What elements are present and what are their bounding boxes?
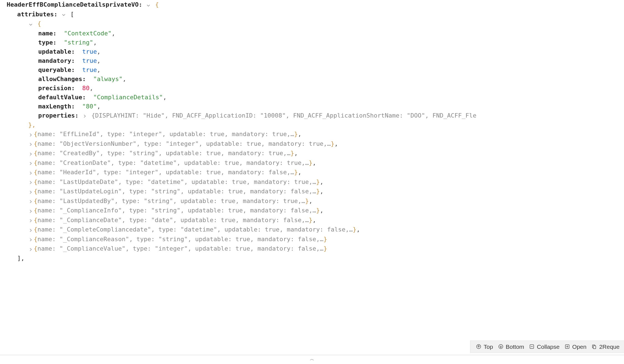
chevron-right-icon[interactable] [28,216,33,225]
chevron-right-icon[interactable] [28,225,33,235]
collapsed-preview: name: "CreationDate", type: "datetime", … [37,159,309,166]
attributes-key: attributes [17,11,54,18]
open-brace: { [34,140,37,147]
array-close-line: ], [0,254,624,263]
open-brace: { [155,1,159,8]
close-brace: } [353,226,356,233]
open-brace: { [37,20,41,27]
chevron-right-icon[interactable] [28,149,33,158]
chevron-right-icon[interactable] [28,206,33,215]
prop-updatable: updatable: true, [0,47,624,56]
open-brace: { [34,197,37,204]
close-brace: } [323,245,327,252]
prop-allowChanges: allowChanges: "always", [0,74,624,84]
prop-defaultValue: defaultValue: "ComplianceDetails", [0,93,624,102]
open-brace: { [34,131,37,137]
close-brace: } [290,150,294,157]
collapsed-object-row: {name: "_ComplianceDate", type: "date", … [0,215,624,225]
object-open-line: { [0,19,624,29]
collapsed-object-row: {name: "LastUpdateLogin", type: "string"… [0,187,624,196]
chevron-right-icon[interactable] [28,187,33,196]
open-brace: { [34,207,37,214]
open-brace: { [34,217,37,223]
json-viewer: HeaderEffBComplianceDetailsprivateVO: { … [0,0,624,279]
chevron-down-icon[interactable] [61,10,66,19]
collapsed-object-row: {name: "_ComplianceValue", type: "intege… [0,244,624,254]
chevron-right-icon[interactable] [28,197,33,206]
open-brace: { [34,245,37,252]
close-brace: } [316,188,320,195]
collapsed-preview: name: "_ComplianceInfo", type: "string",… [37,207,316,214]
prop-properties: properties: {DISPLAYHINT: "Hide", FND_AC… [0,111,624,121]
collapsed-object-row: {name: "_ComplianceReason", type: "strin… [0,235,624,244]
collapsed-preview: name: "LastUpdatedBy", type: "string", u… [37,197,305,204]
close-brace: } [309,159,312,166]
collapsed-preview: name: "_CompleteCompliancedate", type: "… [37,226,353,233]
open-bracket: [ [70,11,74,18]
open-brace: { [34,159,37,166]
chevron-right-icon[interactable] [28,139,33,149]
object-close-line: }, [0,120,624,129]
collapsed-preview: name: "_ComplianceReason", type: "string… [37,236,323,243]
chevron-right-icon[interactable] [28,168,33,177]
collapsed-object-row: {name: "CreatedBy", type: "string", upda… [0,149,624,158]
properties-preview: {DISPLAYHINT: "Hide", FND_ACFF_Applicati… [91,112,476,119]
collapsed-object-row: {name: "_ComplianceInfo", type: "string"… [0,206,624,215]
close-brace: } [309,217,312,223]
collapsed-object-row: {name: "EffLineId", type: "integer", upd… [0,129,624,139]
collapsed-object-row: {name: "LastUpdateDate", type: "datetime… [0,177,624,187]
collapsed-preview: name: "ObjectVersionNumber", type: "inte… [37,140,331,147]
chevron-right-icon[interactable] [28,178,33,187]
prop-type: type: "string", [0,38,624,47]
open-brace: { [34,150,37,157]
close-brace: } [316,178,320,185]
chevron-right-icon[interactable] [28,158,33,168]
root-key: HeaderEffBComplianceDetailsprivateVO [7,1,139,8]
collapsed-preview: name: "_ComplianceValue", type: "integer… [37,245,323,252]
close-brace: } [331,140,334,147]
open-brace: { [34,236,37,243]
root-line: HeaderEffBComplianceDetailsprivateVO: { [0,0,624,10]
chevron-right-icon[interactable] [82,111,87,120]
close-brace: } [294,131,298,137]
collapsed-preview: name: "_ComplianceDate", type: "date", u… [37,217,309,223]
open-brace: { [34,169,37,176]
collapsed-object-row: {name: "CreationDate", type: "datetime",… [0,158,624,168]
collapsed-object-row: {name: "LastUpdatedBy", type: "string", … [0,196,624,206]
prop-precision: precision: 80, [0,84,624,93]
collapsed-object-row: {name: "HeaderId", type: "integer", upda… [0,168,624,177]
prop-mandatory: mandatory: true, [0,56,624,65]
prop-maxLength: maxLength: "80", [0,102,624,111]
collapsed-object-row: {name: "ObjectVersionNumber", type: "int… [0,139,624,149]
chevron-down-icon[interactable] [28,20,33,29]
attributes-line: attributes: [ [0,10,624,19]
close-brace: } [316,207,320,214]
chevron-right-icon[interactable] [28,130,33,139]
collapsed-preview: name: "CreatedBy", type: "string", updat… [37,150,290,157]
chevron-right-icon[interactable] [28,235,33,244]
collapsed-preview: name: "LastUpdateDate", type: "datetime"… [37,178,316,185]
collapsed-object-row: {name: "_CompleteCompliancedate", type: … [0,225,624,235]
prop-queryable: queryable: true, [0,65,624,74]
close-brace: } [294,169,298,176]
collapsed-preview: name: "EffLineId", type: "integer", upda… [37,131,294,137]
collapsed-preview: name: "HeaderId", type: "integer", updat… [37,169,294,176]
prop-name: name: "ContextCode", [0,29,624,38]
open-brace: { [34,178,37,185]
chevron-right-icon[interactable] [28,245,33,254]
collapsed-preview: name: "LastUpdateLogin", type: "string",… [37,188,316,195]
chevron-down-icon[interactable] [146,1,151,10]
open-brace: { [34,226,37,233]
close-brace: } [305,197,309,204]
open-brace: { [34,188,37,195]
close-brace: } [323,236,327,243]
